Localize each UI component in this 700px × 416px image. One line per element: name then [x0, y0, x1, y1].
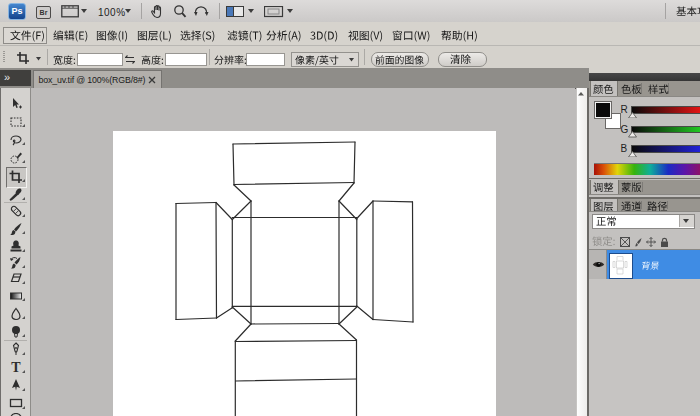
svg-text:T: T — [11, 360, 21, 374]
